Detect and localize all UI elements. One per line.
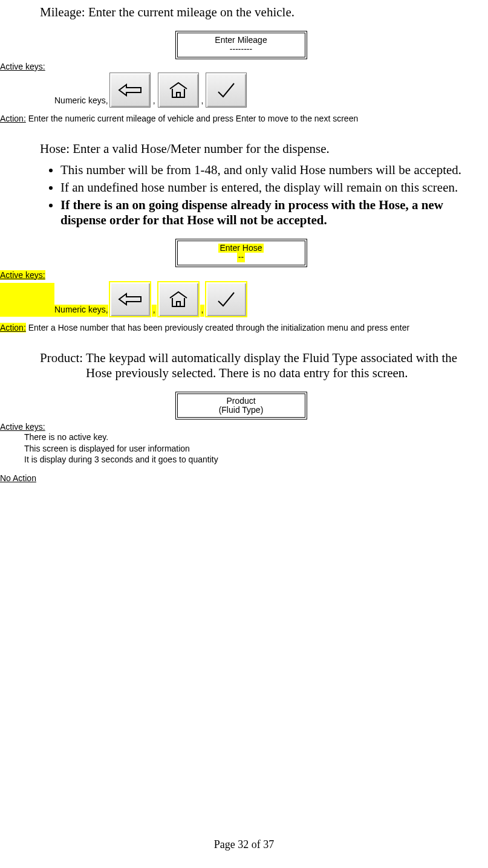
hose-active-keys-label: Active keys:: [0, 270, 45, 280]
hose-display-line1: Enter Hose: [218, 244, 263, 253]
hose-bullet-2: If an undefined hose number is entered, …: [60, 180, 482, 195]
mileage-display-box: Enter Mileage --------: [175, 31, 307, 59]
hose-key-row: Numeric keys, , ,: [0, 282, 482, 317]
back-arrow-key-icon: [109, 282, 151, 317]
hose-bullet-3: If there is an on going dispense already…: [60, 198, 482, 228]
back-arrow-key-icon: [109, 73, 151, 108]
page-footer: Page 32 of 37: [0, 838, 488, 851]
hose-action-text: Enter a Hose number that has been previo…: [26, 323, 409, 332]
comma: ,: [200, 96, 205, 108]
product-display-line2: (Fluid Type): [178, 406, 305, 415]
check-enter-key-icon: [206, 282, 247, 317]
home-key-icon: [158, 73, 199, 108]
product-info-block: There is no active key. This screen is d…: [24, 432, 482, 465]
product-active-keys-label: Active keys:: [0, 422, 482, 432]
mileage-display-line1: Enter Mileage: [178, 36, 305, 45]
mileage-active-keys-label: Active keys:: [0, 62, 482, 71]
hose-bullets: This number will be from 1-48, and only …: [60, 163, 482, 228]
spacer: [0, 283, 54, 317]
product-no-action: No Action: [0, 473, 482, 483]
mileage-display-line2: --------: [178, 45, 305, 54]
mileage-action-label: Action:: [0, 114, 26, 123]
comma: ,: [152, 305, 157, 317]
mileage-key-row: Numeric keys, , ,: [0, 73, 482, 108]
hose-display-line2: --: [237, 253, 245, 262]
check-enter-key-icon: [206, 73, 247, 108]
spacer: [0, 74, 54, 108]
hose-heading: Hose: Enter a valid Hose/Meter number fo…: [40, 141, 482, 157]
hose-display-box: Enter Hose --: [175, 239, 307, 267]
product-info-2: This screen is displayed for user inform…: [24, 443, 482, 454]
product-display-line1: Product: [178, 397, 305, 406]
mileage-heading: Mileage: Enter the current mileage on th…: [40, 5, 482, 20]
hose-action-line: Action: Enter a Hose number that has bee…: [0, 323, 482, 332]
product-display-box: Product (Fluid Type): [175, 392, 307, 420]
hose-action-label: Action:: [0, 323, 26, 332]
hose-numeric-keys-label: Numeric keys,: [54, 305, 108, 317]
comma: ,: [152, 96, 157, 108]
product-info-1: There is no active key.: [24, 432, 482, 442]
comma: ,: [200, 305, 205, 317]
home-key-icon: [158, 282, 199, 317]
mileage-action-line: Action: Enter the numeric current mileag…: [0, 114, 482, 123]
product-heading: Product: The keypad will automatically d…: [86, 351, 482, 381]
hose-bullet-1: This number will be from 1-48, and only …: [60, 163, 482, 178]
mileage-action-text: Enter the numeric current mileage of veh…: [26, 114, 358, 123]
product-info-3: It is display during 3 seconds and it go…: [24, 454, 482, 465]
mileage-numeric-keys-label: Numeric keys,: [54, 96, 108, 108]
